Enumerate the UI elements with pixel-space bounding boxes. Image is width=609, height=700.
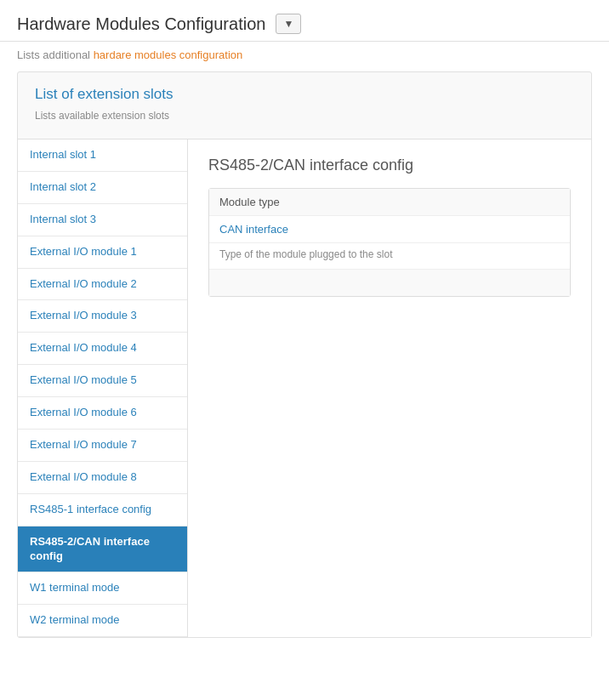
subtitle: Lists additional hardare modules configu…: [0, 42, 609, 71]
sidebar-item-external-io-7[interactable]: External I/O module 7: [18, 430, 187, 462]
section-subtitle: Lists available extension slots: [35, 106, 574, 132]
sidebar-item-internal-slot-1[interactable]: Internal slot 1: [18, 139, 187, 172]
chevron-down-icon: ▼: [283, 18, 293, 30]
main-content: List of extension slots Lists available …: [0, 71, 609, 655]
sidebar-item-external-io-5[interactable]: External I/O module 5: [18, 365, 187, 397]
detail-title: RS485-2/CAN interface config: [208, 157, 571, 174]
sidebar-item-external-io-6[interactable]: External I/O module 6: [18, 397, 187, 430]
dropdown-button[interactable]: ▼: [276, 14, 301, 34]
section-container: List of extension slots Lists available …: [17, 71, 592, 638]
sidebar: Internal slot 1Internal slot 2Internal s…: [18, 139, 188, 637]
sidebar-item-external-io-2[interactable]: External I/O module 2: [18, 269, 187, 301]
header: Hardware Modules Configuration ▼: [0, 0, 609, 42]
page-title: Hardware Modules Configuration: [17, 14, 265, 34]
section-title: List of extension slots: [35, 86, 574, 103]
module-type-value: CAN interface: [209, 216, 570, 243]
content-row: Internal slot 1Internal slot 2Internal s…: [18, 139, 591, 637]
sidebar-item-external-io-8[interactable]: External I/O module 8: [18, 462, 187, 494]
sidebar-item-w2-terminal[interactable]: W2 terminal mode: [18, 605, 187, 637]
detail-panel: RS485-2/CAN interface config Module type…: [188, 139, 591, 637]
subtitle-highlight: hardare modules configuration: [94, 48, 243, 61]
sidebar-item-external-io-4[interactable]: External I/O module 4: [18, 333, 187, 365]
section-header: List of extension slots Lists available …: [18, 72, 591, 139]
sidebar-item-external-io-1[interactable]: External I/O module 1: [18, 236, 187, 269]
subtitle-text-before: Lists additional: [17, 48, 94, 61]
sidebar-item-internal-slot-2[interactable]: Internal slot 2: [18, 172, 187, 204]
module-type-label: Module type: [209, 189, 570, 216]
sidebar-item-rs485-2-can[interactable]: RS485-2/CAN interface config: [18, 526, 187, 573]
sidebar-item-w1-terminal[interactable]: W1 terminal mode: [18, 572, 187, 605]
sidebar-item-internal-slot-3[interactable]: Internal slot 3: [18, 204, 187, 236]
config-box: Module type CAN interface Type of the mo…: [208, 188, 571, 297]
sidebar-item-external-io-3[interactable]: External I/O module 3: [18, 300, 187, 333]
module-type-desc: Type of the module plugged to the slot: [209, 243, 570, 269]
config-footer: [209, 269, 570, 296]
sidebar-item-rs485-1[interactable]: RS485-1 interface config: [18, 494, 187, 526]
